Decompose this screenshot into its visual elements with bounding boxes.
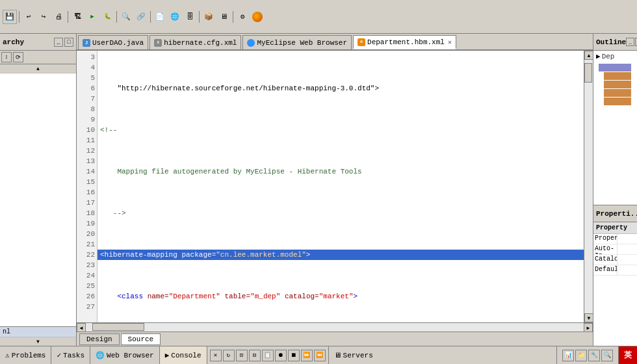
status-tab-servers[interactable]: 🖥 Servers — [328, 346, 378, 364]
tab-source[interactable]: Source — [121, 333, 161, 345]
prop-val-4 — [618, 265, 637, 275]
left-panel-btn-1[interactable]: ↕ — [1, 52, 12, 62]
console-action-8[interactable]: ⏩ — [301, 350, 313, 361]
toolbar-icon-ref[interactable]: 🔗 — [134, 10, 148, 24]
outline-section: Outline _ □ ▶ Dep — [593, 34, 637, 205]
left-panel-maximize[interactable]: □ — [64, 38, 73, 47]
tab-department[interactable]: H Department.hbm.xml ✕ — [353, 35, 456, 49]
scroll-thumb-v[interactable] — [584, 63, 592, 83]
code-line-8: <class name="Department" table="m_dep" c… — [100, 291, 581, 302]
userdao-icon: J — [83, 39, 90, 47]
left-panel-minimize[interactable]: _ — [54, 38, 63, 47]
left-sidebar-item[interactable]: nl — [0, 326, 76, 337]
tab-bar: J UserDAO.java X hibernate.cfg.xml 🌐 MyE… — [77, 34, 593, 51]
code-line-3: "http://hibernate.sourceforge.net/hibern… — [100, 83, 581, 94]
prop-name-3: Catalog — [593, 255, 618, 265]
tab-userdao[interactable]: J UserDAO.java — [78, 35, 148, 49]
toolbar-icon-db[interactable]: 🗄 — [183, 10, 197, 24]
status-tab-webbrowser[interactable]: 🌐 Web Browser — [90, 346, 160, 364]
left-panel-scroll-up[interactable]: ▲ — [0, 64, 76, 73]
scroll-up-btn[interactable]: ▲ — [584, 51, 593, 60]
left-panel-scroll-down[interactable]: ▼ — [0, 337, 76, 346]
console-action-7[interactable]: ⏹ — [288, 350, 300, 361]
status-action-btns: ✕ ↻ ⊡ ⊟ 📋 ⏺ ⏹ ⏩ ⏪ — [210, 350, 326, 361]
tab-department-label: Department.hbm.xml — [367, 38, 445, 46]
line-numbers: 3 4 5 6 7 8◉ 9▷ 10 11 12 13▷ 14 15 16▷ 1… — [77, 51, 98, 322]
outline-dep-icon: ▶ — [596, 52, 601, 60]
prop-val-3 — [618, 255, 637, 265]
toolbar-icon-debug[interactable]: 🐛 — [100, 10, 114, 24]
toolbar-icon-server[interactable]: 🖥 — [216, 10, 231, 24]
console-action-9[interactable]: ⏪ — [314, 350, 326, 361]
tab-design[interactable]: Design — [79, 333, 120, 345]
toolbar-icon-redo[interactable]: ↪ — [36, 10, 51, 24]
editor-scroll-area: 3 4 5 6 7 8◉ 9▷ 10 11 12 13▷ 14 15 16▷ 1… — [77, 51, 593, 322]
toolbar-icon-new[interactable]: 📄 — [153, 10, 167, 24]
editor-container: J UserDAO.java X hibernate.cfg.xml 🌐 MyE… — [77, 34, 593, 346]
tasks-label: Tasks — [63, 352, 84, 359]
toolbar-icon-print[interactable]: 🖨 — [51, 10, 66, 24]
toolbar-icon-myeclipse[interactable] — [250, 10, 265, 24]
property-label-row: Property — [593, 222, 637, 234]
console-action-2[interactable]: ↻ — [223, 350, 235, 361]
code-line-5: Mapping file autogenerated by MyEclipse … — [100, 166, 581, 177]
vertical-scrollbar[interactable]: ▲ ▼ — [584, 51, 593, 322]
code-content[interactable]: "http://hibernate.sourceforge.net/hibern… — [98, 51, 584, 322]
scroll-thumb-h[interactable] — [92, 323, 144, 331]
scroll-left-btn[interactable]: ◀ — [77, 323, 86, 332]
code-line-6: --> — [100, 208, 581, 218]
property-content: Property Property Auto-In... Catalog Def… — [593, 222, 637, 346]
toolbar-icon-save[interactable]: 💾 — [3, 10, 17, 24]
toolbar-sep-2 — [68, 11, 68, 23]
console-action-3[interactable]: ⊡ — [236, 350, 248, 361]
status-icon-2[interactable]: 📁 — [575, 350, 587, 361]
property-section: Properti... _ □ Property Property Auto-I… — [593, 205, 637, 346]
property-header-label: Property — [596, 224, 627, 231]
console-action-4[interactable]: ⊟ — [249, 350, 261, 361]
outline-header: Outline _ □ — [593, 34, 637, 51]
console-action-5[interactable]: 📋 — [262, 350, 274, 361]
code-line-7: <hibernate-mapping package="cn.lee.marke… — [98, 250, 584, 260]
toolbar-icon-web[interactable]: 🌐 — [168, 10, 182, 24]
property-row-1: Property — [593, 234, 637, 244]
department-icon: H — [358, 38, 365, 46]
toolbar-icon-settings[interactable]: ⚙ — [235, 10, 250, 24]
outline-title: Outline — [596, 38, 626, 46]
status-right-icons: 📊 📁 🔧 🔍 — [556, 346, 618, 364]
status-tab-tasks[interactable]: ✓ Tasks — [51, 346, 90, 364]
status-bar: ⚠ Problems ✓ Tasks 🌐 Web Browser ▶ Conso… — [0, 346, 637, 364]
console-action-1[interactable]: ✕ — [210, 350, 222, 361]
status-icon-4[interactable]: 🔍 — [601, 350, 613, 361]
property-row-3: Catalog — [593, 255, 637, 265]
scroll-right-btn[interactable]: ▶ — [584, 323, 593, 332]
scroll-track-h[interactable] — [86, 323, 584, 332]
outline-minimize[interactable]: _ — [626, 38, 634, 46]
tab-department-close[interactable]: ✕ — [448, 38, 452, 46]
problems-icon: ⚠ — [5, 351, 10, 359]
toolbar-icon-deploy[interactable]: 📦 — [202, 10, 216, 24]
outline-dep-label: Dep — [602, 53, 615, 60]
toolbar-icon-run[interactable]: ▶ — [85, 10, 99, 24]
scroll-track-v[interactable] — [584, 60, 593, 313]
toolbar-icon-undo[interactable]: ↩ — [21, 10, 36, 24]
toolbar-icon-build[interactable]: 🏗 — [70, 10, 84, 24]
status-icon-1[interactable]: 📊 — [562, 350, 574, 361]
tab-hibernate[interactable]: X hibernate.cfg.xml — [150, 35, 241, 49]
status-tab-problems[interactable]: ⚠ Problems — [0, 346, 51, 364]
console-action-6[interactable]: ⏺ — [275, 350, 287, 361]
tasks-icon: ✓ — [57, 351, 61, 359]
scroll-down-btn[interactable]: ▼ — [584, 313, 593, 322]
status-right-area: 📊 📁 🔧 🔍 英 — [556, 346, 637, 364]
horizontal-scrollbar[interactable]: ◀ ▶ — [77, 322, 593, 332]
code-editor[interactable]: 3 4 5 6 7 8◉ 9▷ 10 11 12 13▷ 14 15 16▷ 1… — [77, 51, 584, 322]
status-tab-console[interactable]: ▶ Console — [160, 346, 207, 364]
toolbar-sep-6 — [233, 11, 233, 23]
status-lang[interactable]: 英 — [618, 346, 637, 364]
property-header: Properti... _ □ — [593, 205, 637, 222]
toolbar-sep-1 — [19, 11, 20, 23]
status-icon-3[interactable]: 🔧 — [588, 350, 600, 361]
tab-mybrowser[interactable]: 🌐 MyEclipse Web Browser — [242, 35, 352, 49]
outline-item-dep[interactable]: ▶ Dep — [593, 51, 637, 62]
toolbar-icon-search[interactable]: 🔍 — [119, 10, 133, 24]
left-panel-btn-2[interactable]: ⟳ — [13, 52, 23, 62]
